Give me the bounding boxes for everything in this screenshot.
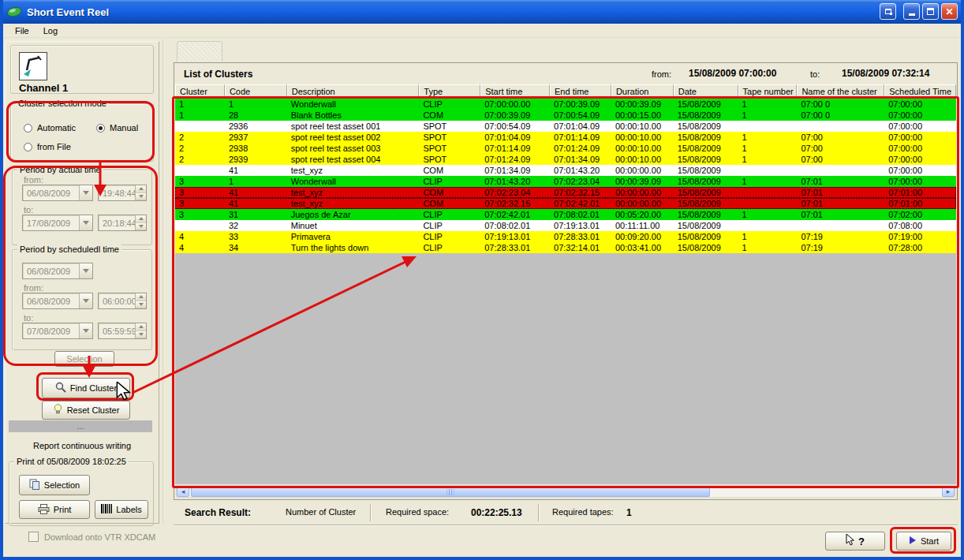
column-header[interactable]: Type <box>419 84 480 99</box>
close-button[interactable]: ✕ <box>941 3 958 20</box>
table-cell: 07:00:00 <box>884 165 956 176</box>
table-row[interactable]: 341test_xyzCOM07:02:23.0407:02:32.1500:0… <box>175 187 956 198</box>
dropdown-arrow-icon[interactable] <box>79 323 92 338</box>
actual-from-time-spinner[interactable]: 19:48:44 <box>98 185 147 201</box>
table-body: 11WonderwallCLIP07:00:00.0007:00:39.0900… <box>175 99 956 484</box>
table-cell <box>797 165 884 176</box>
minimize-button[interactable] <box>903 3 920 20</box>
table-cell: 32 <box>225 220 287 231</box>
table-cell: 07:01:43.20 <box>550 165 611 176</box>
dropdown-arrow-icon[interactable] <box>79 185 92 200</box>
reset-cluster-button[interactable]: Reset Cluster <box>42 401 130 420</box>
actual-from-date-combo[interactable]: 06/08/2009 <box>22 185 93 201</box>
download-xdcam-checkbox[interactable]: Download onto VTR XDCAM <box>28 532 155 542</box>
table-row[interactable]: 22939spot reel test asset 004SPOT07:01:2… <box>175 154 956 165</box>
column-header[interactable]: Code <box>225 84 287 99</box>
print-selection-button[interactable]: Selection <box>19 475 90 495</box>
spinner-arrows-icon[interactable] <box>135 215 146 230</box>
actual-to-date-combo[interactable]: 17/08/2009 <box>22 215 93 231</box>
small-window-button[interactable] <box>880 3 896 20</box>
menu-log[interactable]: Log <box>36 26 65 35</box>
table-row[interactable]: 31WonderwallCLIP07:01:43.2007:02:23.0400… <box>175 176 956 187</box>
table-cell: SPOT <box>419 121 480 132</box>
dropdown-arrow-icon[interactable] <box>79 293 92 308</box>
copy-pages-icon <box>29 479 40 491</box>
selection-button[interactable]: Selection <box>54 351 114 367</box>
table-cell: 07:01:34.09 <box>550 154 611 165</box>
table-cell: spot reel test asset 004 <box>287 154 420 165</box>
table-cell: 1 <box>738 99 798 110</box>
scheduled-to-date-combo[interactable]: 07/08/2009 <box>22 323 93 339</box>
table-row[interactable]: 128Blank BottlesCOM07:00:39.0907:00:54.0… <box>175 110 956 121</box>
scrollbar-thumb[interactable] <box>191 486 710 497</box>
actual-from-date-value: 06/08/2009 <box>23 189 79 198</box>
table-row[interactable]: 2936spot reel test asset 001SPOT07:00:54… <box>175 121 956 132</box>
table-row[interactable]: 22938spot reel test asset 003SPOT07:01:1… <box>175 143 956 154</box>
find-cluster-label: Find Cluster <box>70 383 117 393</box>
table-row[interactable]: 32MinuetCLIP07:08:02.0107:19:13.0100:11:… <box>175 220 956 231</box>
column-header[interactable]: Cluster <box>175 84 225 99</box>
column-header[interactable]: Tape number <box>738 84 798 99</box>
table-row[interactable]: 22937spot reel test asset 002SPOT07:01:0… <box>175 132 956 143</box>
scroll-left-button[interactable]: ◂ <box>177 486 189 497</box>
start-button[interactable]: Start <box>896 532 951 551</box>
scheduled-date-combo[interactable]: 06/08/2009 <box>22 263 93 279</box>
spinner-arrows-icon[interactable] <box>135 293 146 308</box>
table-cell: 15/08/2009 <box>674 99 738 110</box>
menu-file[interactable]: File <box>8 26 36 35</box>
table-cell: 07:00 <box>797 154 884 165</box>
table-cell: 07:00 <box>797 143 884 154</box>
table-row[interactable]: 41test_xyzCOM07:01:34.0907:01:43.2000:00… <box>175 165 956 176</box>
column-header[interactable]: Scheduled Time <box>884 84 956 99</box>
radio-manual[interactable]: Manual <box>96 123 138 133</box>
maximize-button[interactable] <box>922 3 939 20</box>
column-header[interactable]: Name of the cluster <box>797 84 884 99</box>
column-header[interactable]: Start time <box>480 84 550 99</box>
find-cluster-button[interactable]: Find Cluster <box>42 378 130 398</box>
spinner-arrows-icon[interactable] <box>135 185 146 200</box>
dropdown-arrow-icon[interactable] <box>79 263 92 278</box>
scroll-right-button[interactable]: ▸ <box>942 486 955 497</box>
radio-automatic[interactable]: Automatic <box>24 123 76 133</box>
column-header[interactable]: Date <box>674 84 738 99</box>
actual-to-time-spinner[interactable]: 20:18:44 <box>98 215 147 231</box>
column-header[interactable]: End time <box>550 84 611 99</box>
scheduled-from-time-spinner[interactable]: 06:00:00 <box>98 293 147 309</box>
table-cell: 41 <box>225 165 287 176</box>
table-cell: test_xyz <box>287 198 420 209</box>
column-header[interactable]: Duration <box>611 84 674 99</box>
horizontal-scrollbar[interactable]: ◂ ▸ <box>176 485 955 498</box>
empty-tab[interactable] <box>177 41 222 62</box>
barcode-icon <box>101 504 112 515</box>
table-row[interactable]: 331Juegos de AzarCLIP07:02:42.0107:08:02… <box>175 209 956 220</box>
table-row[interactable]: 433PrimaveraCLIP07:19:13.0107:28:33.0100… <box>175 231 956 242</box>
table-cell: 1 <box>738 242 798 253</box>
table-cell: 07:00:00 <box>884 132 956 143</box>
maximize-icon <box>927 8 934 15</box>
scheduled-from-date-combo[interactable]: 06/08/2009 <box>22 293 93 309</box>
table-cell: 07:02:23.04 <box>480 187 550 198</box>
context-help-button[interactable]: ? <box>825 532 885 551</box>
table-row[interactable]: 434Turn the lights downCLIP07:28:33.0107… <box>175 242 956 253</box>
report-continuous-writing-label: Report continuous writing <box>6 441 159 450</box>
radio-from-file[interactable]: from File <box>24 142 71 151</box>
column-header[interactable]: Description <box>287 84 420 99</box>
labels-button[interactable]: Labels <box>95 500 148 519</box>
spinner-arrows-icon[interactable] <box>135 323 146 338</box>
table-cell: 4 <box>175 231 225 242</box>
table-row[interactable]: 11WonderwallCLIP07:00:00.0007:00:39.0900… <box>175 99 956 110</box>
table-cell: SPOT <box>419 154 480 165</box>
table-cell: 07:01:04.09 <box>550 121 611 132</box>
table-row[interactable]: 341test_xyzCOM07:02:32.1507:02:42.0100:0… <box>175 198 956 209</box>
table-cell: 1 <box>175 99 225 110</box>
table-cell: 34 <box>225 242 287 253</box>
bulb-icon <box>53 404 63 416</box>
table-cell: Wonderwall <box>287 99 420 110</box>
table-cell: Blank Bottles <box>287 110 420 121</box>
scheduled-to-time-spinner[interactable]: 05:59:59 <box>98 323 147 339</box>
print-button[interactable]: Print <box>19 500 90 519</box>
table-cell <box>738 165 798 176</box>
radio-icon <box>24 143 32 151</box>
dropdown-arrow-icon[interactable] <box>79 215 92 230</box>
table-cell: 07:19 <box>797 231 884 242</box>
